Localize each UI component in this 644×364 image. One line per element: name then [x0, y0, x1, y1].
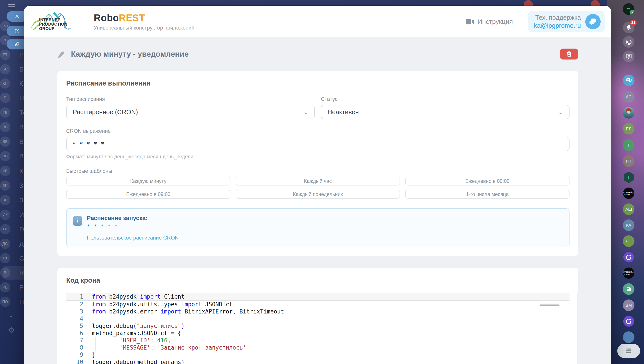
- rail-avatar-divider: [624, 66, 633, 66]
- sidebar-item-КП[interactable]: КПК: [0, 78, 10, 88]
- avatar: ИК: [0, 210, 10, 220]
- code-text: from b24pysdk.error import BitrixAPIErro…: [83, 308, 284, 315]
- chat-sync-icon[interactable]: [623, 50, 634, 62]
- sidebar-item-R[interactable]: RR: [0, 268, 10, 278]
- sidebar-item-ЗП[interactable]: ЗПЗ: [0, 195, 10, 205]
- template-button[interactable]: Каждую минуту: [66, 177, 231, 186]
- cron-expression-input[interactable]: [66, 137, 569, 151]
- support-email-link[interactable]: ka@ipgpromo.ru: [534, 22, 581, 29]
- external-icon: [14, 28, 20, 34]
- copilot-icon[interactable]: [623, 36, 634, 48]
- notifications-bell[interactable]: 21: [623, 22, 634, 33]
- settings-gear[interactable]: ⚙Н: [8, 326, 15, 334]
- modal-header: INTERNET PRODUCTION GROUP RoboREST Униве…: [24, 6, 611, 38]
- sidebar-item-CI[interactable]: CIС: [0, 253, 10, 264]
- sidebar-item-РБ[interactable]: РБР: [0, 282, 10, 292]
- sidebar-item-ГЛ[interactable]: ГЛГе: [0, 224, 10, 234]
- ipg-app-avatar[interactable]: IPG: [623, 3, 634, 15]
- sidebar-item-ВВ[interactable]: ВВВ: [0, 122, 10, 132]
- template-button[interactable]: Ежедневно в 09:00: [66, 190, 231, 198]
- delete-button[interactable]: [560, 48, 578, 60]
- sidebar-item-РТ[interactable]: РТР: [0, 50, 10, 60]
- code-line-4[interactable]: 4: [66, 315, 569, 322]
- line-number: 2: [66, 301, 83, 308]
- avatar: ГЛ: [0, 224, 10, 234]
- edit-pencil-icon[interactable]: [57, 50, 65, 58]
- russky-robot-avatar[interactable]: РУССКИЙРОБОТИИ: [623, 188, 634, 199]
- sidebar-item-ВВ[interactable]: ВВВ: [0, 151, 10, 161]
- avatar: РТ: [0, 50, 10, 60]
- purple-app-avatar[interactable]: [623, 251, 634, 263]
- rail-avatar-ЕЛ[interactable]: ЕЛ: [623, 123, 634, 134]
- sidebar-item-ДС[interactable]: ДСД: [0, 239, 10, 249]
- user-photo-avatar[interactable]: [623, 107, 634, 118]
- avatar: КВ: [0, 166, 10, 176]
- cron-label: CRON выражение: [66, 128, 569, 134]
- rail-avatar-АС[interactable]: АС: [623, 91, 634, 102]
- notification-count: 21: [630, 20, 637, 26]
- russky-robot-avatar[interactable]: РУССКИЙРОБОТИИ: [623, 267, 634, 279]
- item-label-cut: К: [19, 166, 23, 176]
- schedule-type-select[interactable]: Расширенное (CRON) ⌄: [66, 105, 315, 119]
- roborest-modal: INTERNET PRODUCTION GROUP RoboREST Униве…: [24, 6, 611, 364]
- support-chat-button[interactable]: [585, 14, 601, 29]
- status-select[interactable]: Неактивен ⌄: [321, 105, 569, 119]
- code-line-9[interactable]: 9}: [66, 351, 569, 358]
- ipg-logo: INTERNET PRODUCTION GROUP: [29, 8, 87, 36]
- code-line-5[interactable]: 5logger.debug("запустились"): [66, 322, 569, 330]
- code-editor[interactable]: 1from b24pysdk import Client2from b24pys…: [66, 293, 569, 364]
- template-button[interactable]: Ежедневно в 00:00: [405, 177, 569, 186]
- code-text: }: [83, 351, 96, 358]
- messenger-chat[interactable]: [623, 74, 634, 86]
- news-doc-avatar[interactable]: [623, 283, 634, 295]
- rail-avatar-КА[interactable]: КА: [623, 220, 634, 231]
- code-line-8[interactable]: 8 'MESSAGE': 'Задание крон запустилось': [66, 344, 569, 351]
- template-button[interactable]: Каждый час: [236, 177, 400, 186]
- item-label-cut: С: [19, 253, 24, 264]
- quick-templates: Каждую минутуКаждый часЕжедневно в 00:00…: [66, 177, 569, 198]
- sidebar-item-ВВ[interactable]: ВВВ: [0, 136, 10, 147]
- sidebar-item-ТВ[interactable]: ТВТе: [0, 108, 10, 118]
- indent-guide: [95, 337, 96, 344]
- item-label-cut: R: [19, 268, 24, 278]
- sidebar-item-ПО[interactable]: ПОП: [0, 296, 10, 307]
- indent-guide: [95, 344, 96, 351]
- sidebar-item-ИК[interactable]: ИКИ: [0, 210, 10, 220]
- sidebar-item-БС[interactable]: БСБ: [0, 64, 10, 74]
- close-icon: ✕: [15, 13, 20, 20]
- item-label-cut: Б: [19, 64, 24, 74]
- code-text: logger.debug(method_params): [83, 358, 185, 364]
- app-title: RoboREST: [94, 12, 194, 24]
- code-line-2[interactable]: 2from b24pysdk.utils.types import JSONDi…: [66, 301, 569, 308]
- collapse-chevron[interactable]: ⌄П: [8, 311, 14, 318]
- rail-avatar-ВМ[interactable]: ВМ: [623, 300, 634, 311]
- line-number: 4: [66, 315, 83, 322]
- chat-list-button[interactable]: [617, 344, 640, 358]
- rail-avatar-ЛП[interactable]: ЛП: [623, 236, 634, 247]
- sidebar-item-КВ[interactable]: КВК: [0, 166, 10, 176]
- menu-hamburger[interactable]: Б: [8, 3, 15, 10]
- sidebar-item-П[interactable]: ПП: [0, 93, 10, 103]
- template-button[interactable]: 1-го числа месяца: [405, 190, 569, 198]
- rail-avatar-ГП[interactable]: ГП: [623, 155, 634, 167]
- avatar: ПО: [0, 296, 10, 307]
- instruction-link[interactable]: Инструкция: [466, 18, 513, 26]
- code-line-6[interactable]: 6method_params:JSONDict = {: [66, 330, 569, 337]
- code-line-1[interactable]: 1from b24pysdk import Client: [66, 293, 569, 301]
- editor-scrollbar[interactable]: [577, 293, 578, 364]
- item-label-cut: В: [19, 151, 24, 161]
- template-button[interactable]: Каждый понедельник: [236, 190, 400, 198]
- code-line-7[interactable]: 7 'USER_ID': 416,: [66, 337, 569, 344]
- rail-avatar-Т[interactable]: Т: [623, 139, 634, 151]
- rail-avatar-half[interactable]: [623, 332, 634, 343]
- sidebar-item-ЗП[interactable]: ЗПЗ: [0, 180, 10, 191]
- code-text: method_params:JSONDict = {: [83, 330, 181, 337]
- code-line-3[interactable]: 3from b24pysdk.error import BitrixAPIErr…: [66, 308, 569, 315]
- code-line-10[interactable]: 10logger.debug(method_params): [66, 358, 569, 364]
- item-label-cut: В: [19, 136, 24, 147]
- code-text: 'USER_ID': 416,: [83, 337, 171, 344]
- rail-avatar-АШ[interactable]: АШ: [623, 204, 634, 215]
- purple-app-avatar[interactable]: [623, 316, 634, 327]
- hexagon-badge[interactable]: Т: [623, 172, 634, 183]
- custom-schedule-link[interactable]: Пользовательское расписание CRON: [87, 235, 179, 241]
